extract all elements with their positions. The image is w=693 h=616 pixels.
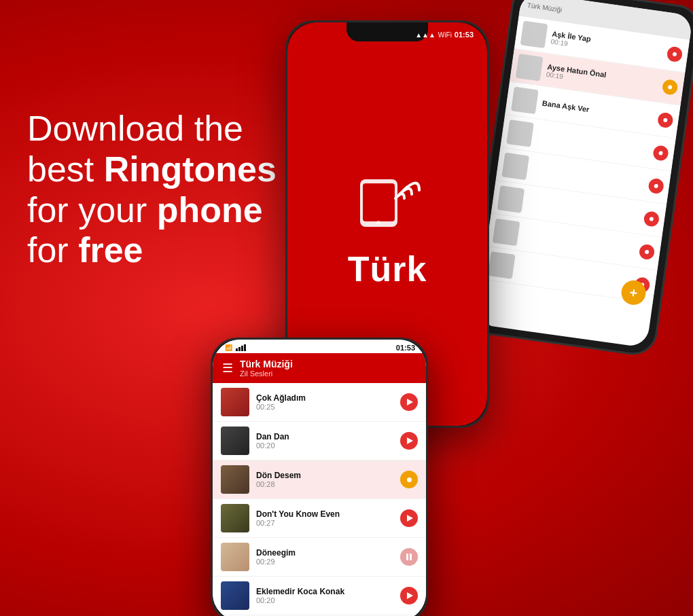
song-info: Eklemedir Koca Konak 00:20 <box>256 587 400 604</box>
signal-icon: ▲▲▲ <box>415 31 436 39</box>
status-bar: ▲▲▲ WiFi 01:53 <box>287 31 487 39</box>
play-button[interactable] <box>400 432 418 450</box>
play-icon <box>407 437 413 444</box>
song-thumbnail <box>516 54 544 81</box>
hamburger-icon[interactable]: ☰ <box>222 361 233 376</box>
song-thumbnail <box>221 504 249 532</box>
front-status-bar: 📶 01:53 <box>213 340 426 353</box>
song-thumbnail <box>501 153 529 181</box>
turk-logo-text: Türk <box>348 249 427 289</box>
pause-bar-1 <box>406 554 408 560</box>
turk-logo: Türk <box>346 159 428 289</box>
app-subtitle: Zil Sesleri <box>240 369 416 378</box>
song-info: Döneegim 00:29 <box>256 548 400 566</box>
play-button[interactable] <box>647 178 664 195</box>
hero-text-block: Download the best Ringtones for your pho… <box>27 109 277 271</box>
signal-bar-1 <box>236 348 238 351</box>
signal-bar-4 <box>244 344 246 351</box>
play-icon <box>407 515 413 522</box>
song-thumbnail <box>506 120 534 147</box>
phone-icon-wrap <box>346 159 428 243</box>
play-button[interactable] <box>400 393 418 411</box>
song-info <box>524 235 639 251</box>
svg-point-2 <box>376 221 380 225</box>
svg-rect-1 <box>363 183 395 221</box>
front-header-text: Türk Müziği Zil Sesleri <box>240 359 416 378</box>
front-status-left: 📶 <box>224 344 246 351</box>
wifi-status-icon: 📶 <box>225 344 232 351</box>
song-thumbnail <box>488 251 516 279</box>
song-info: Bana Aşk Ver <box>541 98 658 123</box>
play-button[interactable] <box>667 46 683 62</box>
front-app-header: ☰ Türk Müziği Zil Sesleri <box>213 353 426 383</box>
song-info: Don't You Know Even 00:27 <box>256 509 400 527</box>
song-thumbnail <box>520 20 548 48</box>
pause-button[interactable] <box>400 548 418 566</box>
app-icon-svg <box>346 159 428 240</box>
app-title: Türk Müziği <box>240 359 416 369</box>
song-info: Dan Dan 00:20 <box>256 432 400 450</box>
front-song-item-3-active: Dön Desem 00:28 <box>213 460 426 499</box>
active-dot-icon <box>407 477 412 482</box>
song-thumbnail <box>221 388 249 416</box>
song-info: Çok Ağladım 00:25 <box>256 393 400 411</box>
play-icon <box>407 592 413 599</box>
song-info <box>519 268 635 284</box>
song-thumbnail <box>221 427 249 455</box>
song-thumbnail <box>221 581 249 610</box>
front-song-item-6: Eklemedir Koca Konak 00:20 <box>213 577 426 615</box>
signal-bars <box>236 344 246 351</box>
play-button[interactable] <box>657 111 674 128</box>
play-button[interactable] <box>639 244 656 261</box>
front-song-item-4: Don't You Know Even 00:27 <box>213 499 426 538</box>
song-info: Dön Desem 00:28 <box>256 471 400 488</box>
signal-bar-3 <box>241 346 243 351</box>
song-info <box>533 168 648 185</box>
song-thumbnail <box>511 86 539 114</box>
front-song-item-2: Dan Dan 00:20 <box>213 422 426 460</box>
play-button-active[interactable] <box>662 79 679 96</box>
back-phone-screen: Türk Müziği Aşk İle Yap 00:19 Ayse Hatun… <box>476 0 693 348</box>
play-button[interactable] <box>652 145 669 162</box>
song-info <box>529 202 644 218</box>
pause-icon <box>406 554 412 560</box>
song-thumbnail <box>493 219 520 247</box>
wifi-icon: WiFi <box>438 31 452 39</box>
play-button-active[interactable] <box>400 471 418 488</box>
hero-line-3: for your phone <box>27 190 277 231</box>
front-song-item-1: Çok Ağladım 00:25 <box>213 383 426 422</box>
front-song-list: Çok Ağladım 00:25 Dan Dan 00:20 <box>213 383 426 616</box>
back-song-list: Aşk İle Yap 00:19 Ayse Hatun Önal 00:19 <box>482 16 690 304</box>
song-thumbnail <box>497 185 525 213</box>
hero-line-1: Download the <box>27 109 277 149</box>
song-thumbnail <box>221 543 249 571</box>
front-phone-shell: 📶 01:53 ☰ Türk Müziği Zil Sesleri <box>211 338 428 616</box>
play-button[interactable] <box>643 211 660 228</box>
status-time: 01:53 <box>455 31 474 39</box>
play-icon <box>407 399 413 405</box>
pause-bar-2 <box>410 554 412 560</box>
hero-line-4: for free <box>27 230 277 271</box>
song-info <box>537 136 653 152</box>
hero-line-2: best Ringtones <box>27 149 277 190</box>
front-phone-screen: 📶 01:53 ☰ Türk Müziği Zil Sesleri <box>213 340 426 616</box>
front-song-item-5: Döneegim 00:29 <box>213 538 426 577</box>
front-phone: 📶 01:53 ☰ Türk Müziği Zil Sesleri <box>211 338 428 616</box>
signal-bar-2 <box>238 347 241 351</box>
play-button[interactable] <box>400 509 418 527</box>
song-thumbnail <box>221 465 249 494</box>
front-status-time: 01:53 <box>396 344 415 352</box>
play-button[interactable] <box>400 587 418 604</box>
